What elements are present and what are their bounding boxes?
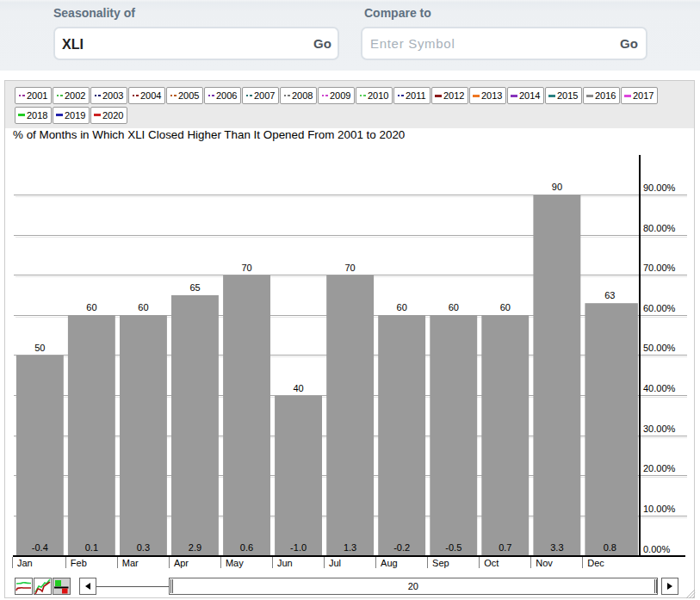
- svg-text:63: 63: [604, 290, 615, 300]
- svg-text:70: 70: [344, 263, 355, 273]
- svg-text:0.6: 0.6: [240, 542, 253, 553]
- svg-text:20.00%: 20.00%: [643, 463, 676, 473]
- svg-text:0.00%: 0.00%: [643, 544, 670, 554]
- svg-text:Oct: Oct: [484, 558, 499, 568]
- svg-text:0.8: 0.8: [604, 542, 616, 553]
- svg-text:70: 70: [241, 263, 251, 273]
- svg-text:Nov: Nov: [536, 558, 553, 568]
- svg-text:May: May: [226, 558, 244, 568]
- svg-text:Aug: Aug: [381, 558, 398, 568]
- svg-text:90: 90: [552, 182, 562, 192]
- svg-text:Jan: Jan: [17, 558, 33, 568]
- svg-text:-0.5: -0.5: [445, 542, 462, 553]
- svg-text:Jul: Jul: [329, 558, 341, 568]
- svg-text:50.00%: 50.00%: [643, 343, 676, 353]
- svg-text:Sep: Sep: [432, 558, 449, 568]
- svg-text:2.9: 2.9: [189, 542, 201, 553]
- svg-text:60: 60: [86, 302, 96, 312]
- svg-text:60.00%: 60.00%: [643, 303, 676, 313]
- svg-text:70.00%: 70.00%: [643, 263, 676, 273]
- svg-text:10.00%: 10.00%: [643, 504, 676, 514]
- svg-text:65: 65: [189, 282, 200, 293]
- svg-text:60: 60: [138, 302, 148, 312]
- svg-text:30.00%: 30.00%: [643, 424, 676, 434]
- svg-text:Jun: Jun: [277, 558, 293, 568]
- svg-text:50: 50: [34, 343, 45, 353]
- svg-text:0.7: 0.7: [499, 542, 511, 553]
- svg-text:0.3: 0.3: [137, 542, 150, 553]
- svg-text:80.00%: 80.00%: [643, 223, 676, 233]
- svg-text:Apr: Apr: [174, 558, 189, 568]
- svg-text:Dec: Dec: [587, 558, 604, 568]
- svg-text:3.3: 3.3: [550, 542, 563, 553]
- svg-text:Feb: Feb: [71, 558, 87, 568]
- svg-text:0.1: 0.1: [85, 542, 98, 553]
- svg-text:1.3: 1.3: [344, 542, 356, 553]
- svg-text:60: 60: [449, 302, 459, 312]
- svg-text:-0.2: -0.2: [393, 542, 410, 553]
- svg-text:40: 40: [293, 383, 303, 393]
- svg-text:60: 60: [397, 302, 407, 312]
- svg-text:-1.0: -1.0: [290, 542, 307, 553]
- svg-text:60: 60: [500, 302, 511, 312]
- svg-text:-0.4: -0.4: [32, 542, 48, 553]
- svg-text:90.00%: 90.00%: [643, 182, 676, 193]
- svg-text:Mar: Mar: [122, 558, 139, 568]
- svg-text:40.00%: 40.00%: [643, 383, 676, 393]
